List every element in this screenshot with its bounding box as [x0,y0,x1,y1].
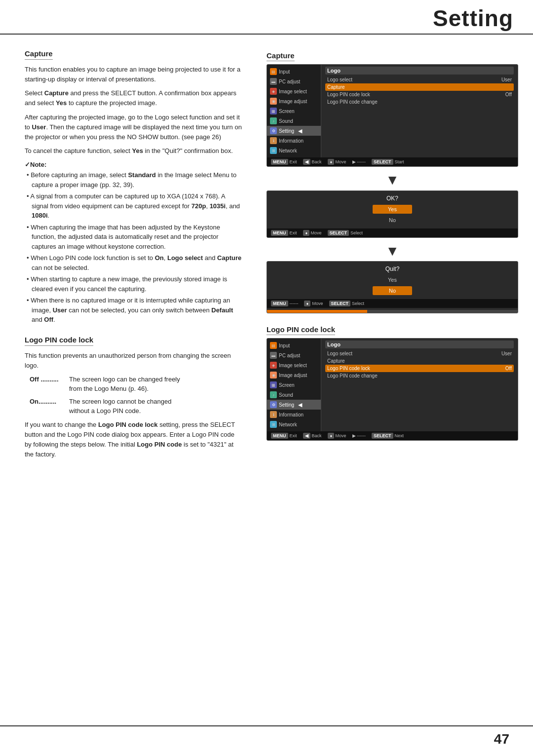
footer-move: ⬧ Move [328,159,346,165]
quit-select-btn: SELECT [329,301,351,306]
lp-exit-btn: MENU [271,433,288,439]
lp-capture-row: Capture [325,357,514,365]
lp-image-select-icon: ◈ [270,362,277,369]
image-select-icon: ◈ [270,88,277,95]
lp-image-select-label: Image select [279,363,307,368]
ok-move-btn: ⬧ [303,230,309,236]
capture-row-label: Capture [327,84,345,90]
setting-icon: ⚙ [270,127,277,134]
ok-select-btn: SELECT [328,230,349,236]
capture-para4: To cancel the capture function, select Y… [25,146,242,156]
quit-dialog-panel: Quit? Yes No MENU ------ ⬧ Move SELECT S… [266,261,518,313]
lp-footer-exit: MENU Exit [271,433,297,439]
capture-row-highlighted: Capture [325,83,514,91]
screen-icon: ▦ [270,108,277,114]
note-item-2: A signal from a computer can be captured… [25,191,242,221]
lp-logo-pin-lock-value: Off [505,366,512,371]
quit-dialog-footer: MENU ------ ⬧ Move SELECT Select [267,299,518,308]
note-item-5: When starting to capture a new image, th… [25,274,242,294]
capture-para1: This function enables you to capture an … [25,65,242,84]
lp-setting-arrow: ◀ [298,402,302,408]
logo-pin-change-label: Logo PIN code change [327,99,378,105]
arrow-down-1: ▼ [266,172,518,189]
input-icon: ▤ [270,68,277,75]
capture-heading: Capture [25,49,53,60]
lp-footer-back: ◀ Back [303,433,322,439]
lp-logo-pin-change-row: Logo PIN code change [325,372,514,379]
capture-menu-sidebar: ▤ Input ▬ PC adjust ◈ Image select ◉ Ima… [267,65,321,157]
quit-question: Quit? [275,265,510,272]
lp-network-label: Network [279,422,297,427]
quit-dialog-body: Quit? Yes No [267,262,518,299]
left-column: Capture This function enables you to cap… [0,39,257,721]
logo-pin-section-left: Logo PIN code lock This function prevent… [25,336,242,460]
menu-input: ▤ Input [267,67,321,76]
pc-icon: ▬ [270,78,277,85]
logo-pin-panel-inner: ▤ Input ▬ PC adjust ◈ Image select ◉ Ima… [267,339,518,431]
logo-pin-lock-label: Logo PIN code lock [327,92,370,97]
lp-move-btn: ⬧ [328,433,334,439]
note-item-3: When capturing the image that has been a… [25,223,242,252]
logo-pin-para2: If you want to change the Logo PIN code … [25,420,242,460]
lp-setting-label: Setting [279,402,294,408]
ok-exit-btn: MENU [271,230,288,236]
exit-btn: MENU [271,159,288,165]
screen-label: Screen [279,109,295,114]
logo-select-value: User [501,77,512,82]
menu-image-adjust: ◉ Image adjust [267,96,321,106]
input-label: Input [279,69,290,75]
lp-logo-pin-lock-row-highlighted: Logo PIN code lock Off [325,365,514,372]
logo-pin-para1: This function prevents an unauthorized p… [25,351,242,371]
note-item-6: When there is no captured image or it is… [25,296,242,325]
sound-icon: ♪ [270,117,277,124]
page-number: 47 [494,731,509,747]
menu-network: ⊞ Network [267,146,321,155]
ok-dialog-footer: MENU Exit ⬧ Move SELECT Select [267,228,518,237]
note-heading: ✓Note: [25,161,242,168]
back-btn: ◀ [303,159,310,165]
on-desc: The screen logo cannot be changedwithout… [69,397,242,416]
pin-options-table: Off .......... The screen logo can be ch… [30,375,242,416]
logo-select-label: Logo select [327,77,352,82]
sound-label: Sound [279,118,293,124]
lp-next-btn: SELECT [372,433,393,439]
lp-footer-dash: ▶ ------ [352,433,366,439]
quit-footer-exit: MENU ------ [271,301,298,306]
lp-info-label: Information [279,412,304,417]
ok-footer-exit: MENU Exit [271,230,297,236]
lp-pc-icon: ▬ [270,352,277,359]
setting-arrow: ◀ [298,128,302,134]
lp-menu-network: ⊞ Network [267,419,321,429]
quit-move-btn: ⬧ [304,301,310,306]
off-label: Off .......... [30,375,69,394]
image-adjust-label: Image adjust [279,99,307,104]
quit-yes-option: Yes [388,275,397,284]
ok-question: OK? [275,195,510,202]
lp-menu-setting: ⚙ Setting ◀ [267,400,321,410]
lp-image-adjust-label: Image adjust [279,373,307,378]
ok-dialog-panel: OK? Yes No MENU Exit ⬧ Move SELECT Selec… [266,190,518,238]
progress-bar-fill [267,310,367,313]
info-icon: ℹ [270,137,277,144]
page-header: Setting [0,0,533,35]
capture-para3: After capturing the projected image, go … [25,113,242,142]
note-block: ✓Note: Before capturing an image, select… [25,161,242,325]
quit-footer-select: SELECT Select [329,301,365,306]
pc-label: PC adjust [279,79,300,84]
logo-pin-panel-footer: MENU Exit ◀ Back ⬧ Move ▶ ------ SELECT … [267,431,518,440]
note-item-4: When Logo PIN code lock function is set … [25,253,242,272]
progress-bar [267,310,518,313]
logo-pin-heading-left: Logo PIN code lock [25,336,93,346]
lp-input-label: Input [279,343,290,348]
image-adjust-icon: ◉ [270,98,277,105]
capture-para2: Select Capture and press the SELECT butt… [25,88,242,108]
lp-menu-image-select: ◈ Image select [267,360,321,370]
lp-menu-input: ▤ Input [267,340,321,350]
footer-exit: MENU Exit [271,159,297,165]
capture-submenu-content: Logo Logo select User Capture Logo PIN c… [321,65,518,157]
ok-no-option: No [389,216,396,225]
lp-menu-sound: ♪ Sound [267,390,321,400]
lp-image-adjust-icon: ◉ [270,372,277,378]
image-select-label: Image select [279,89,307,94]
logo-select-row: Logo select User [325,76,514,83]
